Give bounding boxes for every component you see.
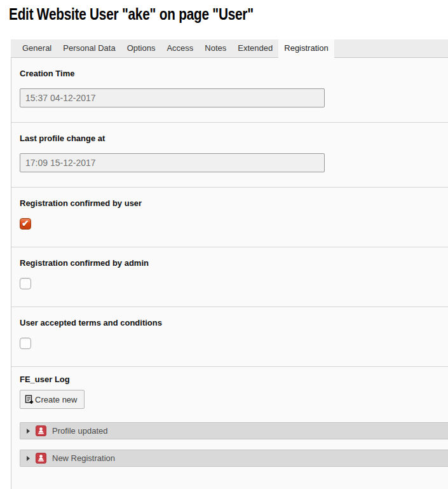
log-entry-profile-updated[interactable]: Profile updated <box>20 422 448 439</box>
create-new-button[interactable]: Create new <box>20 390 85 409</box>
tab-access[interactable]: Access <box>161 39 199 57</box>
confirmed-by-user-label: Registration confirmed by user <box>20 198 440 208</box>
accepted-terms-checkbox[interactable] <box>20 338 31 349</box>
fe-user-log-label: FE_user Log <box>20 375 448 384</box>
log-entry-new-registration[interactable]: New Registration <box>20 450 448 467</box>
new-record-icon <box>24 394 35 404</box>
accepted-terms-label: User accepted terms and conditions <box>20 318 440 327</box>
field-section-creation-time: Creation Time <box>11 58 448 123</box>
page-title: Edit Website User "ake" on page "User" <box>9 4 254 24</box>
expand-caret-icon <box>27 429 30 434</box>
frontend-user-icon <box>36 425 46 436</box>
last-profile-change-label: Last profile change at <box>20 134 440 143</box>
create-new-button-label: Create new <box>35 395 77 404</box>
tab-personal-data[interactable]: Personal Data <box>57 39 121 57</box>
confirmed-by-user-checkbox[interactable] <box>20 218 31 230</box>
tab-registration[interactable]: Registration <box>278 39 334 58</box>
tab-options[interactable]: Options <box>121 39 161 57</box>
field-section-confirmed-by-user: Registration confirmed by user <box>11 188 448 247</box>
form-tabbar: General Personal Data Options Access Not… <box>11 39 448 58</box>
field-section-accepted-terms: User accepted terms and conditions <box>11 307 448 367</box>
tab-general[interactable]: General <box>17 39 57 57</box>
frontend-user-icon <box>36 453 46 464</box>
registration-tab-panel: Creation Time Last profile change at Reg… <box>11 58 448 489</box>
creation-time-input[interactable] <box>20 88 325 107</box>
tab-notes[interactable]: Notes <box>199 39 232 57</box>
confirmed-by-admin-checkbox[interactable] <box>20 278 31 289</box>
creation-time-label: Creation Time <box>20 69 440 78</box>
fe-user-log-section: FE_user Log Create new <box>11 367 448 479</box>
field-section-last-profile-change: Last profile change at <box>11 123 448 188</box>
log-entry-title: Profile updated <box>52 426 107 436</box>
field-section-confirmed-by-admin: Registration confirmed by admin <box>11 247 448 307</box>
log-entry-title: New Registration <box>52 453 115 463</box>
expand-caret-icon <box>27 456 30 461</box>
confirmed-by-admin-label: Registration confirmed by admin <box>20 258 440 268</box>
tab-extended[interactable]: Extended <box>232 39 278 57</box>
last-profile-change-input[interactable] <box>20 153 325 172</box>
